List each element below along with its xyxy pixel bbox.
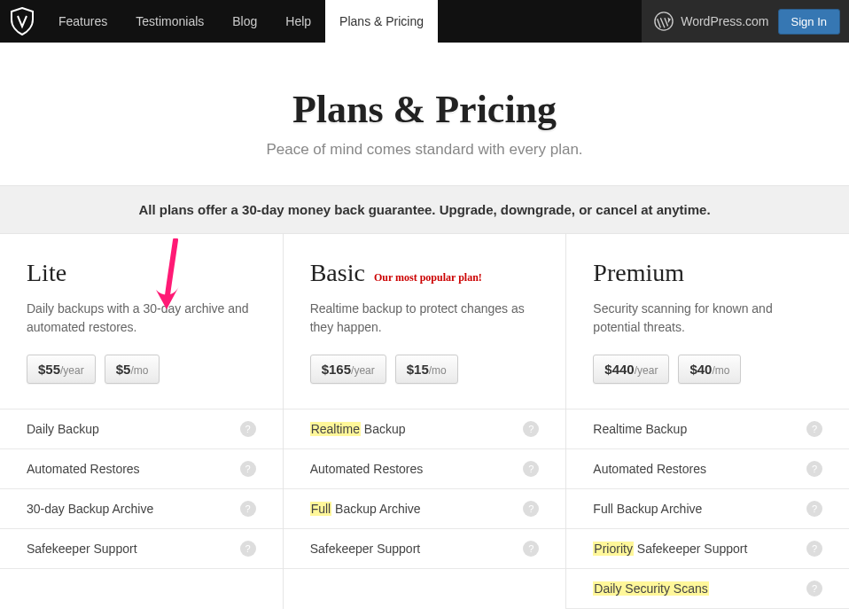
plan-head: Lite Daily backups with a 30-day archive… bbox=[0, 234, 283, 409]
help-icon[interactable]: ? bbox=[240, 541, 256, 557]
price-row: $165/year $15/mo bbox=[310, 355, 540, 384]
plan-head: BasicOur most popular plan! Realtime bac… bbox=[284, 234, 566, 409]
feature-text: Automated Restores bbox=[593, 462, 706, 476]
price-amount: $440 bbox=[604, 362, 634, 377]
plans-grid: Lite Daily backups with a 30-day archive… bbox=[0, 234, 849, 609]
feature-text: Realtime Backup bbox=[593, 422, 687, 436]
nav-blog[interactable]: Blog bbox=[218, 0, 271, 43]
price-year-button[interactable]: $55/year bbox=[27, 355, 96, 384]
nav-testimonials[interactable]: Testimonials bbox=[121, 0, 218, 43]
logo-shield-icon[interactable] bbox=[0, 0, 44, 43]
help-icon[interactable]: ? bbox=[240, 461, 256, 477]
feature-text: Full Backup Archive bbox=[310, 502, 421, 516]
feature-text: Daily Backup bbox=[27, 422, 99, 436]
nav-help[interactable]: Help bbox=[271, 0, 325, 43]
feature-text: 30-day Backup Archive bbox=[27, 502, 153, 516]
main-nav: Features Testimonials Blog Help Plans & … bbox=[44, 0, 438, 43]
feature-row: Automated Restores? bbox=[0, 448, 283, 488]
plan-desc: Security scanning for known and potentia… bbox=[593, 300, 822, 339]
plan-lite: Lite Daily backups with a 30-day archive… bbox=[0, 234, 284, 609]
plan-premium: Premium Security scanning for known and … bbox=[566, 234, 849, 609]
guarantee-banner: All plans offer a 30-day money back guar… bbox=[0, 185, 849, 234]
help-icon[interactable]: ? bbox=[806, 461, 822, 477]
feature-text: Priority Safekeeper Support bbox=[593, 542, 747, 556]
feature-text: Realtime Backup bbox=[310, 422, 406, 436]
feature-row: Automated Restores? bbox=[284, 448, 566, 488]
price-period: /year bbox=[351, 364, 375, 377]
feature-text: Daily Security Scans bbox=[593, 581, 708, 596]
plan-desc: Daily backups with a 30-day archive and … bbox=[27, 300, 256, 339]
hero: Plans & Pricing Peace of mind comes stan… bbox=[0, 43, 849, 185]
help-icon[interactable]: ? bbox=[523, 461, 539, 477]
feature-row: Daily Security Scans? bbox=[566, 568, 849, 609]
feature-row: Automated Restores? bbox=[566, 448, 849, 488]
nav-features[interactable]: Features bbox=[44, 0, 121, 43]
feature-text: Automated Restores bbox=[27, 462, 140, 476]
signin-button[interactable]: Sign In bbox=[778, 9, 840, 35]
price-row: $55/year $5/mo bbox=[27, 355, 256, 384]
price-period: /mo bbox=[429, 364, 447, 377]
feature-row: Full Backup Archive? bbox=[566, 488, 849, 528]
price-amount: $40 bbox=[689, 362, 712, 377]
help-icon[interactable]: ? bbox=[806, 541, 822, 557]
price-year-button[interactable]: $165/year bbox=[310, 355, 386, 384]
price-amount: $5 bbox=[116, 362, 131, 377]
price-amount: $55 bbox=[38, 362, 60, 377]
help-icon[interactable]: ? bbox=[523, 541, 539, 557]
feature-list: Realtime Backup? Automated Restores? Ful… bbox=[284, 409, 566, 569]
help-icon[interactable]: ? bbox=[240, 501, 256, 517]
header-right: WordPress.com Sign In bbox=[642, 0, 849, 43]
price-month-button[interactable]: $40/mo bbox=[678, 355, 741, 384]
help-icon[interactable]: ? bbox=[806, 421, 822, 437]
feature-list: Realtime Backup? Automated Restores? Ful… bbox=[566, 409, 849, 609]
plan-badge: Our most popular plan! bbox=[374, 271, 482, 284]
feature-row: Realtime Backup? bbox=[284, 409, 566, 448]
feature-text: Safekeeper Support bbox=[27, 542, 137, 556]
wordpress-link[interactable]: WordPress.com bbox=[654, 12, 768, 31]
help-icon[interactable]: ? bbox=[240, 421, 256, 437]
plan-basic: BasicOur most popular plan! Realtime bac… bbox=[284, 234, 567, 609]
wordpress-icon bbox=[654, 12, 674, 31]
feature-text: Automated Restores bbox=[310, 462, 424, 476]
feature-row: Daily Backup? bbox=[0, 409, 283, 448]
help-icon[interactable]: ? bbox=[523, 501, 539, 517]
header: Features Testimonials Blog Help Plans & … bbox=[0, 0, 849, 43]
plan-title: Lite bbox=[27, 259, 256, 287]
feature-list: Daily Backup? Automated Restores? 30-day… bbox=[0, 409, 283, 569]
price-period: /year bbox=[60, 364, 84, 377]
nav-plans-pricing[interactable]: Plans & Pricing bbox=[325, 0, 438, 43]
feature-row: 30-day Backup Archive? bbox=[0, 488, 283, 528]
plan-title: Premium bbox=[593, 259, 822, 287]
wordpress-label: WordPress.com bbox=[681, 14, 768, 28]
plan-title: BasicOur most popular plan! bbox=[310, 259, 540, 287]
price-amount: $165 bbox=[322, 362, 351, 377]
page-subtitle: Peace of mind comes standard with every … bbox=[0, 141, 849, 159]
plan-head: Premium Security scanning for known and … bbox=[566, 234, 849, 409]
price-amount: $15 bbox=[407, 362, 429, 377]
price-period: /mo bbox=[712, 364, 729, 377]
price-period: /year bbox=[635, 364, 658, 377]
page-title: Plans & Pricing bbox=[0, 87, 849, 132]
help-icon[interactable]: ? bbox=[523, 421, 539, 437]
price-row: $440/year $40/mo bbox=[593, 355, 822, 384]
help-icon[interactable]: ? bbox=[806, 501, 822, 517]
price-year-button[interactable]: $440/year bbox=[593, 355, 669, 384]
price-month-button[interactable]: $5/mo bbox=[105, 355, 160, 384]
feature-row: Full Backup Archive? bbox=[284, 488, 566, 528]
feature-row: Realtime Backup? bbox=[566, 409, 849, 448]
price-month-button[interactable]: $15/mo bbox=[395, 355, 458, 384]
feature-text: Safekeeper Support bbox=[310, 542, 421, 556]
help-icon[interactable]: ? bbox=[806, 581, 822, 597]
plan-desc: Realtime backup to protect changes as th… bbox=[310, 300, 540, 339]
price-period: /mo bbox=[130, 364, 148, 377]
feature-text: Full Backup Archive bbox=[593, 502, 702, 516]
feature-row: Safekeeper Support? bbox=[0, 528, 283, 569]
feature-row: Priority Safekeeper Support? bbox=[566, 528, 849, 568]
feature-row: Safekeeper Support? bbox=[284, 528, 566, 569]
header-left: Features Testimonials Blog Help Plans & … bbox=[0, 0, 438, 43]
